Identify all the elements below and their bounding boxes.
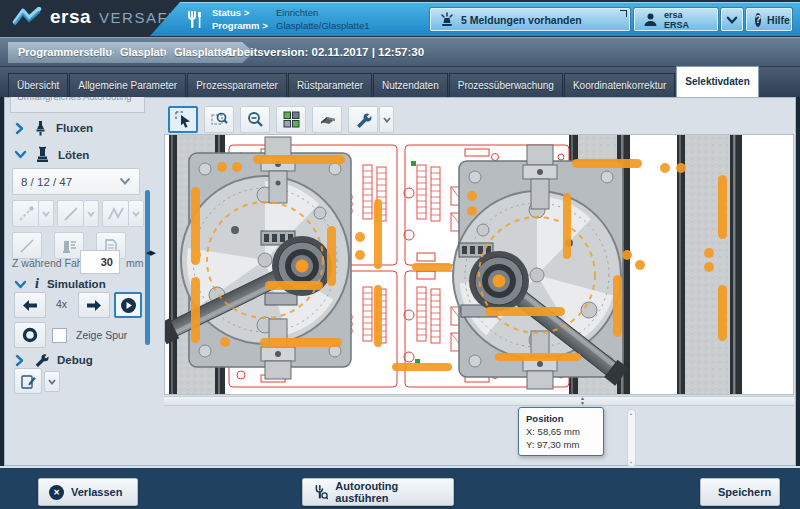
autorouting-icon: [313, 484, 328, 501]
zeige-spur-checkbox[interactable]: [52, 328, 67, 343]
wrench-icon: [354, 111, 372, 129]
panel-grid-button[interactable]: [276, 106, 306, 133]
help-button[interactable]: ? Hilfe: [746, 8, 792, 31]
zoom-region-button[interactable]: [204, 106, 234, 133]
flux-nozzle-icon: [33, 120, 48, 136]
step-forward-button[interactable]: [78, 292, 110, 318]
edit-report-button[interactable]: [14, 368, 42, 394]
right-fixture: [445, 145, 629, 389]
scroll-down-arrow[interactable]: ▼: [629, 460, 633, 465]
tools-icon: [186, 10, 206, 30]
user-dropdown-button[interactable]: [721, 8, 743, 31]
wrench-tool-dropdown[interactable]: [379, 106, 394, 133]
splitter-down-arrow: ▼: [580, 401, 585, 406]
chevron-down-icon: [726, 15, 738, 25]
chevron-down-icon: [14, 149, 27, 160]
route-point-tool-button[interactable]: [12, 200, 39, 227]
footer-bar: ✕ Verlassen Autorouting ausführen Speich…: [0, 466, 800, 509]
verlassen-button[interactable]: ✕ Verlassen: [38, 478, 138, 506]
panel-title: Umfangreiches Autorouting: [17, 97, 132, 102]
speed-label: 4x: [56, 298, 67, 310]
step-back-button[interactable]: [14, 292, 46, 318]
route-zigzag-tool-dropdown[interactable]: [129, 200, 144, 227]
section-loeten[interactable]: Löten: [14, 146, 89, 163]
zoom-button[interactable]: [240, 106, 270, 133]
autorouting-panel-header[interactable]: Umfangreiches Autorouting: [10, 97, 145, 113]
tab-prozessparameter[interactable]: Prozessparameter: [187, 73, 287, 97]
tab-nutzendaten[interactable]: Nutzendaten: [373, 73, 448, 97]
tab-ruestparameter[interactable]: Rüstparameter: [288, 73, 372, 97]
tab-koordinatenkorrektur[interactable]: Koordinatenkorrektur: [564, 73, 675, 97]
status-value: Einrichten: [276, 6, 318, 19]
working-version: Arbeitsversion: 02.11.2017 | 12:57:30: [224, 46, 424, 58]
tab-bar: Übersicht Allgemeine Parameter Prozesspa…: [0, 67, 800, 97]
edit-report-dropdown[interactable]: [44, 371, 60, 392]
user-icon: [643, 12, 658, 27]
chevron-right-icon: [14, 354, 25, 367]
simulation-label: Simulation: [47, 278, 106, 290]
ersa-logo-icon: [12, 7, 42, 27]
tab-selektivdaten[interactable]: Selektivdaten: [676, 66, 758, 97]
lower-vertical-scrollbar[interactable]: ▲ ▼: [627, 409, 636, 467]
question-icon: ?: [755, 13, 761, 27]
tab-prozessueberwachung[interactable]: Prozessüberwachung: [449, 73, 563, 97]
single-line-tool-button[interactable]: [12, 232, 42, 259]
magnifier-icon: [246, 110, 265, 129]
zoom-region-icon: [210, 110, 229, 129]
fluxen-label: Fluxen: [56, 122, 93, 134]
breadcrumb-bar: Programmerstellung Glasplatte Glasplatte…: [0, 37, 800, 67]
chevron-down-icon: [14, 279, 27, 290]
eraser-icon: [318, 110, 337, 129]
sidebar-scrollbar[interactable]: [145, 190, 150, 345]
chevron-down-icon: [119, 177, 131, 186]
route-line-tool-dropdown[interactable]: [84, 200, 99, 227]
z-input[interactable]: 30: [80, 250, 120, 274]
signal-lamp-icon: [439, 12, 455, 28]
solder-nozzle-icon: [35, 146, 50, 163]
speichern-button[interactable]: Speichern: [700, 478, 780, 506]
autorouting-ausfuehren-button[interactable]: Autorouting ausführen: [302, 478, 454, 506]
verlassen-label: Verlassen: [71, 486, 122, 498]
horizontal-splitter[interactable]: ▲ ▼: [164, 396, 794, 406]
close-icon: ✕: [49, 485, 64, 500]
top-bar: ersa VERSAFLOW 4 Status > Einrichten Pro…: [0, 0, 800, 37]
route-point-tool-dropdown[interactable]: [39, 200, 54, 227]
pane-splitter-handle[interactable]: ◀▶: [146, 249, 155, 257]
section-fluxen[interactable]: Fluxen: [14, 120, 93, 136]
logo-text: ersa: [50, 6, 91, 28]
autorouting-label: Autorouting ausführen: [335, 480, 443, 504]
nozzle-select[interactable]: 8 / 12 / 47: [12, 168, 140, 195]
scroll-up-arrow[interactable]: ▲: [629, 411, 633, 416]
user-name: ersa: [664, 10, 689, 20]
tab-uebersicht[interactable]: Übersicht: [8, 73, 68, 97]
route-zigzag-tool-button[interactable]: [102, 200, 129, 227]
zeige-spur-label: Zeige Spur: [76, 329, 127, 341]
loeten-label: Löten: [58, 149, 89, 161]
wrench-icon: [33, 352, 49, 368]
corner-mark: [620, 10, 627, 17]
wrench-tool-button[interactable]: [348, 106, 378, 133]
user-button[interactable]: ersa ERSA: [634, 8, 718, 31]
select-tool-button[interactable]: [168, 106, 198, 133]
stop-simulation-button[interactable]: [14, 322, 46, 348]
play-simulation-button[interactable]: [114, 292, 142, 318]
pcb-canvas[interactable]: [164, 134, 794, 395]
messages-label: 5 Meldungen vorhanden: [461, 14, 582, 26]
section-debug[interactable]: Debug: [14, 352, 93, 368]
tooltip-title: Position: [526, 412, 596, 425]
help-label: Hilfe: [767, 14, 790, 26]
user-info: ersa ERSA: [664, 10, 689, 30]
z-label: Z während Fahrt: [12, 257, 89, 269]
splitter-collapse-handle[interactable]: ▲ ▼: [580, 396, 585, 406]
route-line-tool-button[interactable]: [57, 200, 84, 227]
program-label: Programm >: [212, 19, 270, 32]
info-icon: i: [35, 276, 39, 292]
messages-button[interactable]: 5 Meldungen vorhanden: [430, 8, 630, 31]
select-cursor-icon: [174, 110, 193, 129]
tooltip-x: X: 58,65 mm: [526, 425, 596, 438]
section-simulation[interactable]: i Simulation: [14, 276, 106, 292]
nozzle-select-value: 8 / 12 / 47: [21, 176, 72, 188]
tab-allgemeine-parameter[interactable]: Allgemeine Parameter: [69, 73, 186, 97]
eraser-button[interactable]: [312, 106, 342, 133]
pcb-view-image: [165, 135, 793, 394]
